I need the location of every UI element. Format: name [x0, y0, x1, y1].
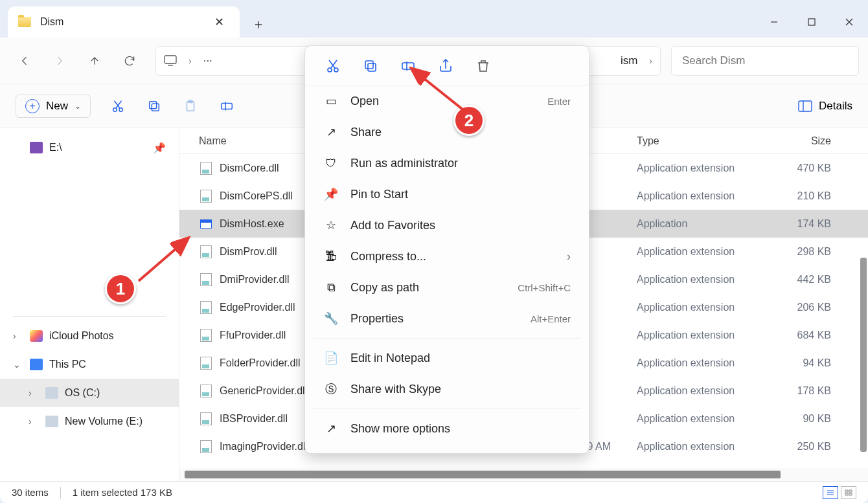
col-type[interactable]: Type — [637, 135, 766, 147]
details-icon — [798, 100, 812, 112]
menu-label: Compress to... — [350, 250, 426, 263]
svg-rect-4 — [165, 56, 176, 63]
file-size: 298 KB — [766, 246, 843, 258]
rename-icon[interactable] — [218, 97, 236, 115]
dll-icon — [199, 384, 213, 398]
file-type: Application extension — [637, 385, 766, 397]
callout-1: 1 — [105, 273, 136, 304]
close-window-button[interactable] — [830, 6, 868, 38]
drive-icon — [45, 416, 58, 427]
menu-item-run-as-administrator[interactable]: 🛡Run as administrator — [305, 148, 589, 179]
file-size: 250 KB — [766, 441, 843, 453]
file-type: Application extension — [637, 357, 766, 369]
plus-icon: + — [25, 99, 40, 113]
tab-title: Dism — [40, 16, 209, 28]
up-button[interactable] — [79, 45, 110, 76]
file-size: 90 KB — [766, 413, 843, 425]
details-view-button[interactable]: Details — [798, 100, 852, 113]
file-size: 470 KB — [766, 162, 843, 174]
sidebar-item-icloud[interactable]: › iCloud Photos — [0, 322, 179, 350]
chevron-right-icon[interactable]: › — [29, 388, 39, 398]
file-name: DmiProvider.dll — [220, 274, 290, 285]
notepad-icon: 📄 — [323, 350, 339, 366]
dll-icon — [199, 328, 213, 342]
svg-rect-22 — [849, 493, 852, 495]
svg-point-23 — [328, 68, 332, 72]
maximize-button[interactable] — [793, 6, 830, 38]
tab[interactable]: Dism ✕ — [8, 6, 240, 38]
copy-icon[interactable] — [145, 97, 163, 115]
svg-point-6 — [113, 107, 117, 111]
menu-item-show-more-options[interactable]: ↗Show more options — [305, 413, 589, 444]
share-icon: ↗ — [323, 124, 339, 140]
paste-icon[interactable] — [181, 97, 200, 115]
menu-item-add-to-favorites[interactable]: ☆Add to Favorites — [305, 210, 589, 241]
menu-label: Open — [350, 95, 379, 108]
address-segment[interactable]: ism — [621, 54, 637, 67]
file-type: Application extension — [637, 246, 766, 258]
svg-rect-25 — [368, 63, 376, 71]
file-size: 210 KB — [766, 190, 843, 202]
refresh-button[interactable] — [114, 45, 145, 76]
menu-item-copy-as-path[interactable]: ⧉Copy as pathCtrl+Shift+C — [305, 272, 589, 303]
menu-item-edit-in-notepad[interactable]: 📄Edit in Notepad — [305, 342, 589, 374]
sidebar-pinned-item[interactable]: E:\ 📌 — [0, 133, 179, 162]
copy-icon[interactable] — [361, 56, 380, 76]
cut-icon[interactable] — [109, 97, 127, 115]
menu-label: Pin to Start — [350, 188, 408, 201]
star-icon: ☆ — [323, 218, 339, 233]
drive-icon — [30, 142, 43, 153]
menu-item-share[interactable]: ↗Share — [305, 117, 589, 148]
pin-icon[interactable]: 📌 — [153, 142, 166, 154]
svg-line-29 — [139, 240, 187, 281]
admin-icon: 🛡 — [323, 155, 339, 171]
col-size[interactable]: Size — [766, 135, 843, 147]
details-view-icon[interactable] — [823, 486, 838, 499]
menu-item-properties[interactable]: 🔧PropertiesAlt+Enter — [305, 303, 589, 334]
file-type: Application extension — [637, 413, 766, 425]
dll-icon — [199, 273, 213, 287]
svg-rect-8 — [152, 104, 159, 111]
address-ellipsis[interactable]: ··· — [203, 54, 212, 67]
minimize-button[interactable] — [755, 6, 793, 38]
search-input[interactable] — [682, 54, 848, 67]
svg-point-7 — [119, 107, 123, 111]
compress-icon: 🗜 — [323, 249, 339, 264]
back-button[interactable] — [9, 45, 40, 76]
sidebar-item-drive-c[interactable]: › OS (C:) — [0, 379, 179, 407]
delete-icon[interactable] — [474, 56, 493, 76]
new-tab-button[interactable]: ＋ — [245, 10, 272, 38]
vertical-scrollbar[interactable] — [860, 258, 867, 452]
new-button[interactable]: + New ⌄ — [16, 95, 91, 118]
horizontal-scrollbar[interactable] — [179, 468, 868, 481]
chevron-down-icon[interactable]: ⌄ — [13, 359, 23, 370]
svg-point-24 — [334, 68, 338, 72]
file-size: 206 KB — [766, 302, 843, 313]
file-type: Application extension — [637, 162, 766, 174]
chevron-right-icon[interactable]: › — [13, 331, 23, 341]
chevron-down-icon: ⌄ — [74, 102, 81, 111]
menu-item-share-with-skype[interactable]: ⓈShare with Skype — [305, 374, 589, 405]
sidebar-item-drive-e[interactable]: › New Volume (E:) — [0, 407, 179, 436]
svg-rect-14 — [799, 101, 812, 111]
menu-label: Share with Skype — [350, 383, 441, 396]
open-icon: ▭ — [323, 93, 339, 109]
forward-button[interactable] — [44, 45, 75, 76]
file-name: FolderProvider.dll — [220, 357, 301, 369]
close-tab-icon[interactable]: ✕ — [209, 12, 229, 32]
cut-icon[interactable] — [323, 56, 343, 76]
file-size: 178 KB — [766, 385, 843, 397]
window-controls — [755, 6, 868, 38]
menu-item-compress-to-[interactable]: 🗜Compress to...› — [305, 241, 589, 272]
svg-rect-9 — [150, 101, 157, 108]
chevron-right-icon: › — [649, 56, 652, 66]
search-box[interactable] — [671, 46, 859, 76]
dll-icon — [199, 356, 213, 370]
menu-item-pin-to-start[interactable]: 📌Pin to Start — [305, 179, 589, 210]
thumbnails-view-icon[interactable] — [841, 486, 856, 499]
menu-label: Run as administrator — [350, 157, 458, 170]
file-type: Application extension — [637, 330, 766, 341]
sidebar-item-thispc[interactable]: ⌄ This PC — [0, 350, 179, 379]
props-icon: 🔧 — [323, 311, 339, 326]
chevron-right-icon[interactable]: › — [29, 416, 39, 427]
